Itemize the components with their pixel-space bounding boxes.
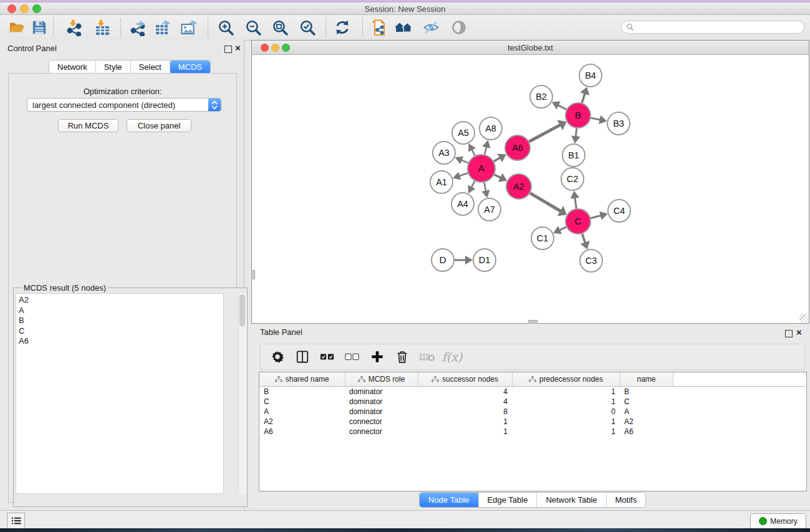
result-item[interactable]: A [19, 306, 223, 316]
splitter-handle[interactable] [251, 270, 255, 279]
result-item[interactable]: B [19, 316, 223, 326]
tab-select[interactable]: Select [131, 60, 170, 74]
column-header-name[interactable]: name [620, 372, 673, 387]
table-row[interactable]: Bdominator41B [259, 387, 805, 397]
run-mcds-button[interactable]: Run MCDS [58, 119, 118, 132]
result-item[interactable]: A2 [19, 295, 223, 306]
tab-network-table[interactable]: Network Table [537, 493, 606, 507]
mcds-result-list[interactable]: A2ABCA6 [16, 293, 224, 494]
edge-A-A1[interactable] [459, 173, 468, 176]
edge-C-C3[interactable] [582, 234, 586, 243]
table-row[interactable]: Adominator80A [259, 407, 805, 417]
add-icon[interactable] [369, 349, 385, 365]
tab-network[interactable]: Network [49, 60, 96, 74]
tab-edge-table[interactable]: Edge Table [479, 493, 538, 507]
column-header-shared-name[interactable]: shared name [259, 372, 345, 387]
table-row[interactable]: A2connector11A2 [259, 417, 805, 427]
network-graph[interactable]: AA1A3A4A5A7A8A6A2BB1B2B3B4CC1C2C3C4DD1 [253, 55, 808, 322]
window-resize-grip[interactable] [799, 314, 808, 322]
memory-button[interactable]: Memory [750, 513, 806, 529]
cell-predecessor-nodes[interactable]: 1 [512, 387, 620, 397]
zoom-selected-icon[interactable] [298, 19, 317, 36]
settings-gear-icon[interactable] [269, 349, 286, 365]
refresh-icon[interactable] [333, 19, 352, 36]
edge-C-C1[interactable] [559, 227, 566, 230]
table-float-panel-icon[interactable] [785, 330, 793, 337]
cell-name[interactable]: C [620, 397, 673, 407]
close-panel-icon[interactable]: × [235, 43, 241, 53]
cell-shared-name[interactable]: A6 [259, 427, 345, 437]
edge-A6-B[interactable] [529, 125, 561, 142]
cell-name[interactable]: A2 [620, 417, 673, 427]
cell-successor-nodes[interactable]: 4 [418, 397, 512, 407]
table-row[interactable]: A6connector11A6 [259, 427, 805, 437]
cell-predecessor-nodes[interactable]: 1 [512, 417, 620, 427]
cell-predecessor-nodes[interactable]: 1 [512, 397, 620, 407]
column-header-predecessor-nodes[interactable]: predecessor nodes [512, 372, 620, 387]
edge-C-C4[interactable] [591, 215, 601, 218]
export-table-icon[interactable] [153, 19, 172, 36]
tab-mcds[interactable]: MCDS [170, 60, 210, 74]
result-scrollbar[interactable] [238, 293, 247, 494]
panel-selector-button[interactable] [7, 513, 25, 529]
clone-network-icon[interactable] [369, 19, 388, 36]
cell-successor-nodes[interactable]: 8 [418, 407, 512, 417]
show-eye-icon[interactable] [450, 19, 468, 36]
cell-name[interactable]: A6 [620, 427, 673, 437]
zoom-fit-icon[interactable] [271, 19, 289, 36]
edge-A-A7[interactable] [484, 183, 486, 191]
edge-A-A8[interactable] [485, 147, 486, 154]
tab-motifs[interactable]: Motifs [607, 493, 646, 507]
float-panel-icon[interactable] [224, 46, 232, 53]
open-session-icon[interactable] [7, 19, 26, 36]
result-scrollbar-thumb[interactable] [239, 294, 245, 327]
cell-MCDS-role[interactable]: dominator [345, 407, 418, 417]
tab-node-table[interactable]: Node Table [420, 493, 479, 507]
cell-predecessor-nodes[interactable]: 1 [512, 427, 620, 437]
import-table-icon[interactable] [93, 19, 112, 36]
cell-shared-name[interactable]: A2 [259, 417, 345, 427]
cell-MCDS-role[interactable]: dominator [345, 397, 418, 407]
edge-C-C2[interactable] [575, 198, 576, 208]
cell-predecessor-nodes[interactable]: 0 [512, 407, 620, 417]
edge-B-B2[interactable] [558, 105, 567, 110]
cell-MCDS-role[interactable]: connector [345, 427, 418, 437]
edge-A-A2[interactable] [494, 175, 501, 178]
edge-A2-C[interactable] [530, 193, 561, 211]
select-all-checkboxes-icon[interactable] [319, 349, 335, 365]
optimization-criterion-dropdown[interactable]: largest connected component (directed) [27, 98, 221, 112]
export-image-icon[interactable] [180, 19, 198, 36]
search-input[interactable] [621, 21, 804, 34]
table-row[interactable]: Cdominator41C [259, 397, 805, 407]
edge-A-A3[interactable] [461, 160, 468, 163]
cell-successor-nodes[interactable]: 4 [418, 387, 512, 397]
cell-name[interactable]: B [620, 387, 673, 397]
column-header-MCDS-role[interactable]: MCDS role [345, 372, 418, 387]
result-item[interactable]: C [19, 326, 223, 337]
cell-successor-nodes[interactable]: 1 [418, 427, 512, 437]
edge-B-B4[interactable] [582, 94, 585, 103]
cell-shared-name[interactable]: C [259, 397, 345, 407]
cell-MCDS-role[interactable]: dominator [345, 387, 418, 397]
zoom-out-icon[interactable] [244, 19, 263, 36]
export-network-icon[interactable] [128, 19, 147, 36]
result-item[interactable]: A6 [19, 336, 223, 347]
table-close-panel-icon[interactable]: × [796, 327, 802, 337]
edge-A-A6[interactable] [494, 158, 500, 162]
cell-MCDS-role[interactable]: connector [345, 417, 418, 427]
network-canvas[interactable]: AA1A3A4A5A7A8A6A2BB1B2B3B4CC1C2C3C4DD1 [253, 55, 808, 322]
import-network-icon[interactable] [65, 19, 84, 36]
edge-B-B3[interactable] [591, 118, 600, 120]
save-session-icon[interactable] [30, 19, 49, 36]
cell-name[interactable]: A [620, 407, 673, 417]
edge-B-B1[interactable] [576, 128, 576, 137]
cell-shared-name[interactable]: A [259, 407, 345, 417]
zoom-in-icon[interactable] [216, 19, 235, 36]
delete-icon[interactable] [394, 349, 410, 365]
hide-eye-icon[interactable] [422, 19, 440, 36]
column-header-successor-nodes[interactable]: successor nodes [418, 372, 512, 387]
cell-successor-nodes[interactable]: 1 [418, 417, 512, 427]
home-icon[interactable] [394, 19, 413, 36]
deselect-all-checkboxes-icon[interactable] [344, 349, 360, 365]
close-panel-button[interactable]: Close panel [127, 119, 191, 132]
